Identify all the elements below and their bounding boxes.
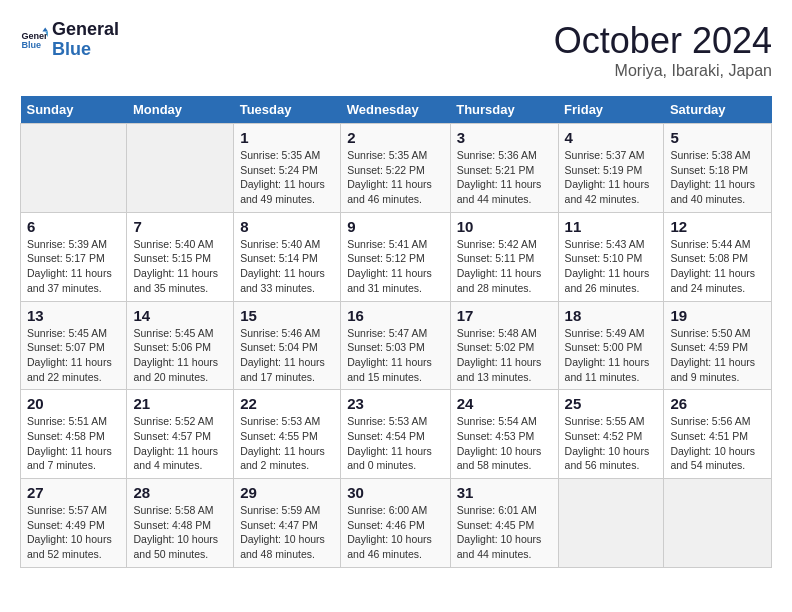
- day-number: 23: [347, 395, 443, 412]
- day-info: Sunrise: 5:54 AM Sunset: 4:53 PM Dayligh…: [457, 414, 552, 473]
- calendar-cell: 16Sunrise: 5:47 AM Sunset: 5:03 PM Dayli…: [341, 301, 450, 390]
- calendar-cell: 10Sunrise: 5:42 AM Sunset: 5:11 PM Dayli…: [450, 212, 558, 301]
- weekday-header-saturday: Saturday: [664, 96, 772, 124]
- logo-text-blue: Blue: [52, 40, 119, 60]
- weekday-header-wednesday: Wednesday: [341, 96, 450, 124]
- day-number: 24: [457, 395, 552, 412]
- calendar-cell: 12Sunrise: 5:44 AM Sunset: 5:08 PM Dayli…: [664, 212, 772, 301]
- weekday-header-row: SundayMondayTuesdayWednesdayThursdayFrid…: [21, 96, 772, 124]
- calendar-cell: [127, 124, 234, 213]
- day-info: Sunrise: 5:45 AM Sunset: 5:07 PM Dayligh…: [27, 326, 120, 385]
- day-info: Sunrise: 5:52 AM Sunset: 4:57 PM Dayligh…: [133, 414, 227, 473]
- day-number: 14: [133, 307, 227, 324]
- calendar-cell: 6Sunrise: 5:39 AM Sunset: 5:17 PM Daylig…: [21, 212, 127, 301]
- calendar-cell: 14Sunrise: 5:45 AM Sunset: 5:06 PM Dayli…: [127, 301, 234, 390]
- day-number: 31: [457, 484, 552, 501]
- calendar-cell: 18Sunrise: 5:49 AM Sunset: 5:00 PM Dayli…: [558, 301, 664, 390]
- day-number: 13: [27, 307, 120, 324]
- calendar-cell: 21Sunrise: 5:52 AM Sunset: 4:57 PM Dayli…: [127, 390, 234, 479]
- calendar-cell: [664, 479, 772, 568]
- day-info: Sunrise: 5:50 AM Sunset: 4:59 PM Dayligh…: [670, 326, 765, 385]
- calendar-subtitle: Moriya, Ibaraki, Japan: [554, 62, 772, 80]
- calendar-cell: 17Sunrise: 5:48 AM Sunset: 5:02 PM Dayli…: [450, 301, 558, 390]
- weekday-header-friday: Friday: [558, 96, 664, 124]
- calendar-cell: 5Sunrise: 5:38 AM Sunset: 5:18 PM Daylig…: [664, 124, 772, 213]
- day-info: Sunrise: 5:38 AM Sunset: 5:18 PM Dayligh…: [670, 148, 765, 207]
- day-info: Sunrise: 6:00 AM Sunset: 4:46 PM Dayligh…: [347, 503, 443, 562]
- day-info: Sunrise: 5:47 AM Sunset: 5:03 PM Dayligh…: [347, 326, 443, 385]
- calendar-cell: [558, 479, 664, 568]
- day-number: 10: [457, 218, 552, 235]
- day-info: Sunrise: 5:55 AM Sunset: 4:52 PM Dayligh…: [565, 414, 658, 473]
- day-number: 22: [240, 395, 334, 412]
- day-info: Sunrise: 5:45 AM Sunset: 5:06 PM Dayligh…: [133, 326, 227, 385]
- weekday-header-tuesday: Tuesday: [234, 96, 341, 124]
- day-number: 21: [133, 395, 227, 412]
- calendar-cell: 24Sunrise: 5:54 AM Sunset: 4:53 PM Dayli…: [450, 390, 558, 479]
- day-info: Sunrise: 5:43 AM Sunset: 5:10 PM Dayligh…: [565, 237, 658, 296]
- calendar-cell: 26Sunrise: 5:56 AM Sunset: 4:51 PM Dayli…: [664, 390, 772, 479]
- calendar-cell: 20Sunrise: 5:51 AM Sunset: 4:58 PM Dayli…: [21, 390, 127, 479]
- logo: General Blue General Blue: [20, 20, 119, 60]
- day-info: Sunrise: 5:37 AM Sunset: 5:19 PM Dayligh…: [565, 148, 658, 207]
- weekday-header-monday: Monday: [127, 96, 234, 124]
- day-number: 4: [565, 129, 658, 146]
- calendar-cell: 19Sunrise: 5:50 AM Sunset: 4:59 PM Dayli…: [664, 301, 772, 390]
- calendar-cell: 23Sunrise: 5:53 AM Sunset: 4:54 PM Dayli…: [341, 390, 450, 479]
- day-info: Sunrise: 5:36 AM Sunset: 5:21 PM Dayligh…: [457, 148, 552, 207]
- day-info: Sunrise: 5:40 AM Sunset: 5:15 PM Dayligh…: [133, 237, 227, 296]
- day-number: 11: [565, 218, 658, 235]
- calendar-cell: 3Sunrise: 5:36 AM Sunset: 5:21 PM Daylig…: [450, 124, 558, 213]
- calendar-week-row: 6Sunrise: 5:39 AM Sunset: 5:17 PM Daylig…: [21, 212, 772, 301]
- day-info: Sunrise: 5:41 AM Sunset: 5:12 PM Dayligh…: [347, 237, 443, 296]
- svg-text:Blue: Blue: [21, 40, 41, 50]
- day-info: Sunrise: 5:58 AM Sunset: 4:48 PM Dayligh…: [133, 503, 227, 562]
- calendar-week-row: 1Sunrise: 5:35 AM Sunset: 5:24 PM Daylig…: [21, 124, 772, 213]
- calendar-table: SundayMondayTuesdayWednesdayThursdayFrid…: [20, 96, 772, 568]
- calendar-title: October 2024: [554, 20, 772, 62]
- day-number: 5: [670, 129, 765, 146]
- day-info: Sunrise: 5:35 AM Sunset: 5:22 PM Dayligh…: [347, 148, 443, 207]
- day-number: 8: [240, 218, 334, 235]
- calendar-cell: [21, 124, 127, 213]
- logo-icon: General Blue: [20, 26, 48, 54]
- day-info: Sunrise: 5:44 AM Sunset: 5:08 PM Dayligh…: [670, 237, 765, 296]
- calendar-cell: 8Sunrise: 5:40 AM Sunset: 5:14 PM Daylig…: [234, 212, 341, 301]
- day-number: 15: [240, 307, 334, 324]
- calendar-cell: 31Sunrise: 6:01 AM Sunset: 4:45 PM Dayli…: [450, 479, 558, 568]
- calendar-week-row: 13Sunrise: 5:45 AM Sunset: 5:07 PM Dayli…: [21, 301, 772, 390]
- day-number: 29: [240, 484, 334, 501]
- calendar-week-row: 20Sunrise: 5:51 AM Sunset: 4:58 PM Dayli…: [21, 390, 772, 479]
- day-number: 17: [457, 307, 552, 324]
- calendar-week-row: 27Sunrise: 5:57 AM Sunset: 4:49 PM Dayli…: [21, 479, 772, 568]
- day-info: Sunrise: 5:51 AM Sunset: 4:58 PM Dayligh…: [27, 414, 120, 473]
- title-section: October 2024 Moriya, Ibaraki, Japan: [554, 20, 772, 80]
- calendar-cell: 1Sunrise: 5:35 AM Sunset: 5:24 PM Daylig…: [234, 124, 341, 213]
- calendar-cell: 11Sunrise: 5:43 AM Sunset: 5:10 PM Dayli…: [558, 212, 664, 301]
- logo-text-general: General: [52, 20, 119, 40]
- day-number: 1: [240, 129, 334, 146]
- calendar-cell: 13Sunrise: 5:45 AM Sunset: 5:07 PM Dayli…: [21, 301, 127, 390]
- weekday-header-sunday: Sunday: [21, 96, 127, 124]
- calendar-cell: 29Sunrise: 5:59 AM Sunset: 4:47 PM Dayli…: [234, 479, 341, 568]
- calendar-cell: 25Sunrise: 5:55 AM Sunset: 4:52 PM Dayli…: [558, 390, 664, 479]
- day-number: 30: [347, 484, 443, 501]
- svg-text:General: General: [21, 30, 48, 40]
- calendar-cell: 15Sunrise: 5:46 AM Sunset: 5:04 PM Dayli…: [234, 301, 341, 390]
- day-number: 2: [347, 129, 443, 146]
- day-number: 19: [670, 307, 765, 324]
- calendar-cell: 27Sunrise: 5:57 AM Sunset: 4:49 PM Dayli…: [21, 479, 127, 568]
- day-number: 9: [347, 218, 443, 235]
- svg-marker-2: [42, 27, 48, 31]
- day-info: Sunrise: 5:46 AM Sunset: 5:04 PM Dayligh…: [240, 326, 334, 385]
- calendar-cell: 22Sunrise: 5:53 AM Sunset: 4:55 PM Dayli…: [234, 390, 341, 479]
- day-info: Sunrise: 5:53 AM Sunset: 4:54 PM Dayligh…: [347, 414, 443, 473]
- day-number: 16: [347, 307, 443, 324]
- day-info: Sunrise: 5:48 AM Sunset: 5:02 PM Dayligh…: [457, 326, 552, 385]
- day-number: 3: [457, 129, 552, 146]
- calendar-cell: 9Sunrise: 5:41 AM Sunset: 5:12 PM Daylig…: [341, 212, 450, 301]
- day-info: Sunrise: 5:42 AM Sunset: 5:11 PM Dayligh…: [457, 237, 552, 296]
- day-number: 12: [670, 218, 765, 235]
- day-number: 26: [670, 395, 765, 412]
- day-info: Sunrise: 5:59 AM Sunset: 4:47 PM Dayligh…: [240, 503, 334, 562]
